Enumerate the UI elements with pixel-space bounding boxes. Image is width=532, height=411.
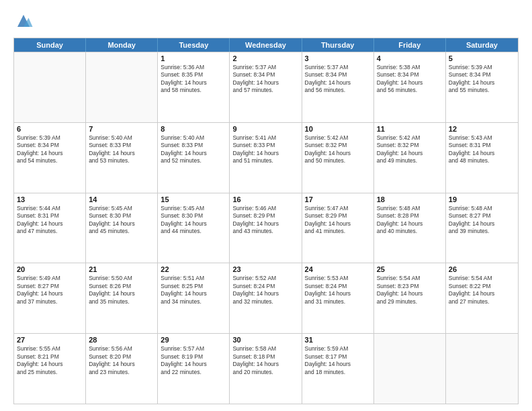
cell-info-line: and 56 minutes. <box>305 87 371 94</box>
cell-info-line: Sunrise: 5:48 AM <box>377 205 443 212</box>
cell-info-line: Sunrise: 5:53 AM <box>305 275 371 282</box>
cell-info-line: and 35 minutes. <box>89 298 154 306</box>
cell-info-line: Sunset: 8:34 PM <box>449 71 515 79</box>
cell-info-line: Sunset: 8:27 PM <box>449 212 515 220</box>
day-number: 8 <box>161 125 226 133</box>
cell-info-line: Sunset: 8:33 PM <box>232 142 298 149</box>
cell-info-line: and 32 minutes. <box>232 298 298 306</box>
cell-info-line: and 48 minutes. <box>449 157 515 165</box>
cell-info-line: Sunrise: 5:37 AM <box>305 64 371 71</box>
cell-info-line: Sunrise: 5:40 AM <box>161 134 226 142</box>
day-cell-11: 11Sunrise: 5:42 AMSunset: 8:32 PMDayligh… <box>374 123 446 193</box>
day-cell-9: 9Sunrise: 5:41 AMSunset: 8:33 PMDaylight… <box>230 123 302 193</box>
cell-info-line: Sunrise: 5:39 AM <box>17 134 83 142</box>
day-cell-3: 3Sunrise: 5:37 AMSunset: 8:34 PMDaylight… <box>302 52 374 122</box>
cell-info-line: and 20 minutes. <box>232 369 298 376</box>
day-number: 15 <box>161 195 226 203</box>
cell-info-line: and 37 minutes. <box>17 298 83 306</box>
week-row-4: 20Sunrise: 5:49 AMSunset: 8:27 PMDayligh… <box>14 263 518 333</box>
cell-info-line: Sunset: 8:19 PM <box>161 353 226 361</box>
day-cell-10: 10Sunrise: 5:42 AMSunset: 8:32 PMDayligh… <box>302 123 374 193</box>
day-number: 18 <box>377 195 443 203</box>
cell-info-line: Sunset: 8:29 PM <box>232 212 298 220</box>
day-cell-28: 28Sunrise: 5:56 AMSunset: 8:20 PMDayligh… <box>86 334 158 404</box>
cell-info-line: Sunrise: 5:58 AM <box>232 345 298 353</box>
day-number: 23 <box>232 265 298 273</box>
day-cell-16: 16Sunrise: 5:46 AMSunset: 8:29 PMDayligh… <box>230 193 302 263</box>
cell-info-line: Sunrise: 5:46 AM <box>232 205 298 212</box>
day-number: 27 <box>17 336 83 344</box>
cell-info-line: Sunset: 8:17 PM <box>305 353 371 361</box>
day-number: 6 <box>17 125 83 133</box>
cell-info-line: and 50 minutes. <box>305 157 371 165</box>
day-header-thursday: Thursday <box>302 38 374 52</box>
cell-info-line: Sunset: 8:30 PM <box>89 212 154 220</box>
cell-info-line: Daylight: 14 hours <box>305 150 371 157</box>
cell-info-line: Sunrise: 5:50 AM <box>89 275 154 282</box>
calendar-header: SundayMondayTuesdayWednesdayThursdayFrid… <box>14 38 518 52</box>
cell-info-line: Sunset: 8:32 PM <box>305 142 371 149</box>
cell-info-line: Daylight: 14 hours <box>89 361 154 368</box>
cell-info-line: Sunrise: 5:45 AM <box>89 205 154 212</box>
cell-info-line: Sunset: 8:34 PM <box>305 71 371 79</box>
day-number: 7 <box>89 125 154 133</box>
week-row-5: 27Sunrise: 5:55 AMSunset: 8:21 PMDayligh… <box>14 333 518 404</box>
cell-info-line: and 51 minutes. <box>232 157 298 165</box>
day-header-tuesday: Tuesday <box>158 38 230 52</box>
day-number: 3 <box>305 54 371 62</box>
cell-info-line: Sunrise: 5:59 AM <box>305 345 371 353</box>
cell-info-line: and 52 minutes. <box>161 157 226 165</box>
cell-info-line: and 54 minutes. <box>17 157 83 165</box>
cell-info-line: Sunset: 8:23 PM <box>377 283 443 290</box>
cell-info-line: Sunset: 8:21 PM <box>17 353 83 361</box>
day-number: 9 <box>232 125 298 133</box>
day-number: 2 <box>232 54 298 62</box>
day-number: 1 <box>161 54 226 62</box>
day-number: 17 <box>305 195 371 203</box>
cell-info-line: Sunrise: 5:36 AM <box>161 64 226 71</box>
cell-info-line: Daylight: 14 hours <box>305 361 371 368</box>
cell-info-line: and 31 minutes. <box>305 298 371 306</box>
cell-info-line: Sunset: 8:31 PM <box>449 142 515 149</box>
day-number: 19 <box>449 195 515 203</box>
cell-info-line: Sunset: 8:24 PM <box>305 283 371 290</box>
day-header-monday: Monday <box>86 38 158 52</box>
calendar: SundayMondayTuesdayWednesdayThursdayFrid… <box>13 38 519 404</box>
day-cell-2: 2Sunrise: 5:37 AMSunset: 8:34 PMDaylight… <box>230 52 302 122</box>
cell-info-line: Sunrise: 5:41 AM <box>232 134 298 142</box>
cell-info-line: Sunset: 8:24 PM <box>232 283 298 290</box>
day-cell-24: 24Sunrise: 5:53 AMSunset: 8:24 PMDayligh… <box>302 263 374 333</box>
cell-info-line: Sunset: 8:33 PM <box>89 142 154 149</box>
cell-info-line: and 23 minutes. <box>89 369 154 376</box>
cell-info-line: and 44 minutes. <box>161 228 226 235</box>
day-number: 24 <box>305 265 371 273</box>
day-number: 21 <box>89 265 154 273</box>
cell-info-line: Sunset: 8:32 PM <box>377 142 443 149</box>
cell-info-line: Sunset: 8:22 PM <box>449 283 515 290</box>
empty-cell <box>86 52 158 122</box>
day-number: 28 <box>89 336 154 344</box>
day-cell-31: 31Sunrise: 5:59 AMSunset: 8:17 PMDayligh… <box>302 334 374 404</box>
empty-cell <box>446 334 518 404</box>
page: SundayMondayTuesdayWednesdayThursdayFrid… <box>0 0 532 411</box>
cell-info-line: and 47 minutes. <box>17 228 83 235</box>
cell-info-line: Sunrise: 5:44 AM <box>17 205 83 212</box>
cell-info-line: and 27 minutes. <box>449 298 515 306</box>
cell-info-line: Daylight: 14 hours <box>449 150 515 157</box>
day-cell-15: 15Sunrise: 5:45 AMSunset: 8:30 PMDayligh… <box>158 193 230 263</box>
cell-info-line: and 56 minutes. <box>377 87 443 94</box>
day-cell-27: 27Sunrise: 5:55 AMSunset: 8:21 PMDayligh… <box>14 334 86 404</box>
cell-info-line: Daylight: 14 hours <box>232 220 298 228</box>
cell-info-line: and 39 minutes. <box>449 228 515 235</box>
day-number: 11 <box>377 125 443 133</box>
cell-info-line: Daylight: 14 hours <box>161 220 226 228</box>
day-cell-22: 22Sunrise: 5:51 AMSunset: 8:25 PMDayligh… <box>158 263 230 333</box>
day-cell-14: 14Sunrise: 5:45 AMSunset: 8:30 PMDayligh… <box>86 193 158 263</box>
cell-info-line: Daylight: 14 hours <box>89 290 154 298</box>
cell-info-line: Daylight: 14 hours <box>161 79 226 87</box>
cell-info-line: and 22 minutes. <box>161 369 226 376</box>
cell-info-line: Sunrise: 5:37 AM <box>232 64 298 71</box>
cell-info-line: Sunrise: 5:39 AM <box>449 64 515 71</box>
cell-info-line: Daylight: 14 hours <box>161 150 226 157</box>
cell-info-line: Sunrise: 5:47 AM <box>305 205 371 212</box>
